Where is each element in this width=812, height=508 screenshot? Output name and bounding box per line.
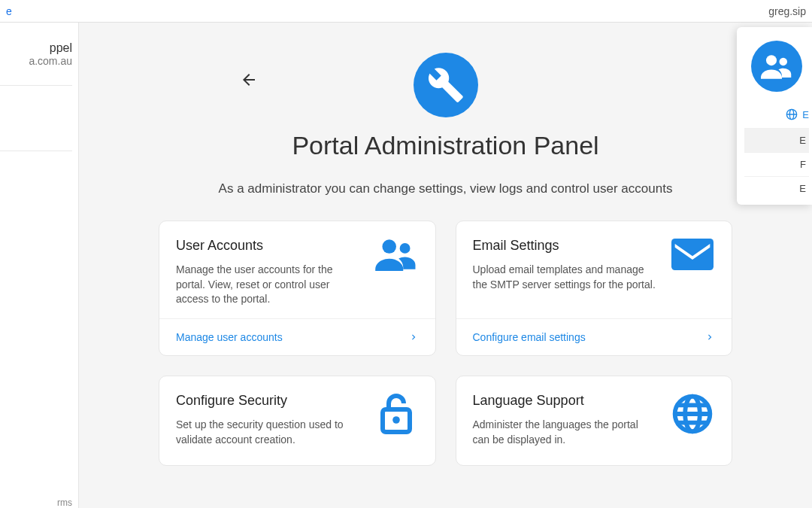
card-title: Language Support [473, 393, 657, 409]
top-bar: e greg.sip [0, 0, 812, 23]
arrow-left-icon [240, 71, 258, 89]
svg-point-1 [399, 243, 410, 254]
sidebar-divider [0, 151, 72, 151]
sidebar: ppel a.com.au rms [0, 23, 79, 508]
card-title: Email Settings [473, 238, 657, 254]
wrench-icon [414, 53, 478, 117]
people-icon [761, 53, 792, 79]
card-grid: User Accounts Manage the user accounts f… [159, 221, 732, 466]
svg-point-8 [766, 55, 777, 65]
user-menu-item[interactable]: E [744, 128, 809, 152]
card-action-label: Manage user accounts [176, 331, 283, 343]
page-subtitle: As a administrator you can change settin… [102, 181, 789, 196]
user-menu-popup[interactable]: E E F E [737, 27, 812, 205]
page-hero: Portal Administration Panel As a adminis… [102, 53, 789, 196]
sidebar-name-fragment: ppel [0, 41, 72, 55]
sidebar-footer-fragment: rms [57, 497, 72, 508]
svg-point-4 [392, 416, 400, 424]
chevron-right-icon [408, 332, 419, 342]
card-desc: Manage the user accounts for the portal.… [176, 263, 360, 307]
user-menu-item[interactable]: F [744, 152, 809, 176]
svg-point-0 [382, 239, 396, 254]
card-action-manage-users[interactable]: Manage user accounts [159, 318, 435, 355]
card-language-support[interactable]: Language Support Administer the language… [456, 376, 733, 466]
sidebar-divider [0, 85, 72, 86]
user-menu-item[interactable]: E [744, 176, 809, 200]
lock-open-icon [374, 393, 419, 459]
people-icon [374, 238, 419, 318]
globe-icon [786, 108, 798, 120]
card-desc: Upload email templates and manage the SM… [473, 263, 657, 292]
chevron-right-icon [704, 332, 715, 342]
card-user-accounts[interactable]: User Accounts Manage the user accounts f… [159, 221, 436, 356]
card-title: User Accounts [176, 238, 360, 254]
top-left-fragment: e [6, 5, 12, 17]
main-content: Portal Administration Panel As a adminis… [79, 23, 812, 508]
back-button[interactable] [237, 68, 261, 92]
language-letter: E [802, 109, 809, 120]
card-configure-security[interactable]: Configure Security Set up the security q… [159, 376, 436, 466]
wrench-icon-svg [427, 66, 465, 104]
card-title: Configure Security [176, 393, 360, 409]
svg-rect-2 [671, 239, 714, 270]
sidebar-domain-fragment: a.com.au [0, 55, 72, 67]
card-action-configure-email[interactable]: Configure email settings [456, 318, 732, 355]
top-right-user-fragment[interactable]: greg.sip [768, 5, 806, 17]
mail-icon [670, 238, 715, 318]
language-row[interactable]: E [744, 108, 809, 120]
card-email-settings[interactable]: Email Settings Upload email templates an… [456, 221, 733, 356]
card-desc: Administer the languages the portal can … [473, 418, 657, 447]
page-title: Portal Administration Panel [102, 131, 789, 160]
svg-point-9 [780, 58, 788, 66]
globe-icon [670, 393, 715, 459]
avatar [751, 41, 802, 92]
card-action-label: Configure email settings [473, 331, 586, 343]
card-desc: Set up the security question used to val… [176, 418, 360, 447]
